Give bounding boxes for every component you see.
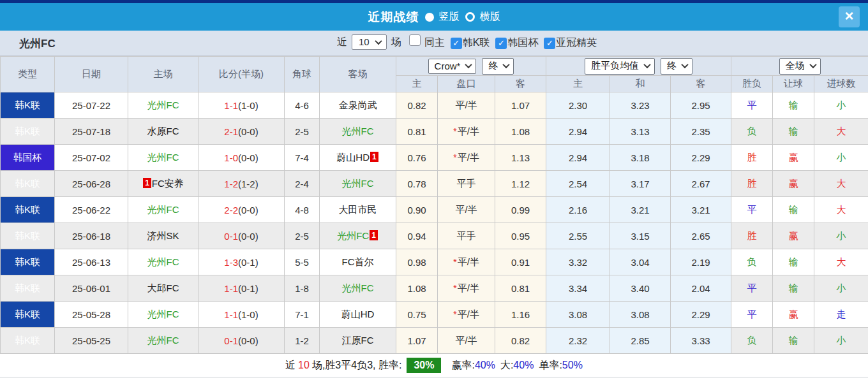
close-icon[interactable]: × bbox=[839, 6, 860, 27]
corners-cell: 2-4 bbox=[285, 171, 320, 197]
ah-line-cell: *平/半 bbox=[438, 249, 495, 275]
date-cell: 25-05-25 bbox=[55, 328, 128, 354]
away-team-cell: FC首尔 bbox=[320, 249, 396, 275]
radio-vertical-label: 竖版 bbox=[439, 10, 460, 24]
match-count-select[interactable]: 10 bbox=[352, 34, 387, 50]
handicap-status-select[interactable]: 终 bbox=[482, 58, 514, 75]
score-cell: 0-1(0-0) bbox=[198, 328, 285, 354]
avg-home-cell: 3.32 bbox=[546, 249, 610, 275]
goals-result-cell: 小 bbox=[814, 223, 868, 249]
score-cell: 1-1(1-0) bbox=[198, 302, 285, 328]
away-team-cell: 光州FC bbox=[320, 171, 396, 197]
col-away: 客场 bbox=[320, 57, 396, 92]
half-time-score: (1-2) bbox=[238, 179, 258, 189]
table-row: 韩K联25-06-281FC安养1-2(1-2)2-4光州FC0.78平手1.1… bbox=[1, 171, 868, 197]
full-time-score: 1-3 bbox=[224, 257, 238, 268]
away-team-name: 光州FC bbox=[342, 178, 374, 189]
goals-result-cell: 大 bbox=[814, 119, 868, 145]
ah-home-odds-cell: 0.78 bbox=[396, 171, 438, 197]
ah-away-odds-cell: 1.07 bbox=[495, 92, 546, 119]
ah-home-odds-cell: 0.81 bbox=[396, 119, 438, 145]
date-cell: 25-05-28 bbox=[55, 302, 128, 328]
ah-line-cell: 平/半 bbox=[438, 197, 495, 223]
ah-away-odds-cell: 0.99 bbox=[495, 197, 546, 223]
score-cell: 1-1(0-1) bbox=[198, 275, 285, 302]
handicap-company-select[interactable]: Crow* bbox=[428, 59, 477, 74]
ah-away-odds-cell: 0.82 bbox=[495, 328, 546, 354]
home-team-name: 光州FC bbox=[147, 204, 179, 215]
scope-select-group: 全场 bbox=[731, 57, 868, 76]
result-cell: 平 bbox=[731, 92, 773, 119]
chevron-down-icon bbox=[503, 61, 510, 68]
page-title: 近期战绩 bbox=[368, 9, 419, 26]
odds-company-value: 胜平负均值 bbox=[591, 60, 639, 72]
result-cell: 胜 bbox=[731, 145, 773, 171]
radio-selected-icon[interactable] bbox=[425, 13, 434, 22]
summary-segments: 赢率:40%大:40%单率:50% bbox=[446, 359, 582, 372]
handicap-result-cell: 赢 bbox=[773, 302, 814, 328]
corners-cell: 1-2 bbox=[285, 328, 320, 354]
ah-line-text: 平/半 bbox=[455, 204, 477, 215]
home-team-name: 水原FC bbox=[147, 126, 179, 136]
avg-draw-cell: 3.04 bbox=[610, 249, 671, 275]
checkbox-checked-icon[interactable]: ✓ bbox=[495, 38, 507, 49]
home-team-cell: 济州SK bbox=[128, 223, 198, 249]
checkbox-checked-icon[interactable]: ✓ bbox=[451, 38, 462, 49]
league-cell: 韩K联 bbox=[1, 197, 55, 223]
home-team-cell: 光州FC bbox=[128, 92, 198, 119]
home-team-cell: 水原FC bbox=[128, 119, 198, 145]
filter-bar: 光州FC 近 10 场 同主✓韩K联✓韩国杯✓亚冠精英 bbox=[0, 31, 868, 56]
home-team-name: 济州SK bbox=[147, 230, 179, 241]
layout-option-horizontal[interactable]: 横版 bbox=[465, 10, 500, 24]
away-team-cell: 光州FC bbox=[320, 119, 396, 145]
full-time-score: 1-1 bbox=[224, 283, 238, 294]
date-cell: 25-07-02 bbox=[55, 145, 128, 171]
scope-select[interactable]: 全场 bbox=[779, 58, 821, 75]
ah-line-cell: *平/半 bbox=[438, 275, 495, 302]
odds-company-select[interactable]: 胜平负均值 bbox=[585, 58, 655, 75]
checkbox-unchecked-icon[interactable] bbox=[409, 34, 421, 46]
league-cell: 韩K联 bbox=[1, 92, 55, 119]
league-cell: 韩K联 bbox=[1, 119, 55, 145]
avg-draw-cell: 3.23 bbox=[610, 92, 671, 119]
col-avg-home: 主 bbox=[546, 76, 610, 92]
col-result: 胜负 bbox=[731, 76, 773, 92]
checkbox-checked-icon[interactable]: ✓ bbox=[544, 38, 555, 49]
ah-line-cell: 平/半 bbox=[438, 328, 495, 354]
table-row: 韩K联25-05-28光州FC1-1(1-0)7-1蔚山HD0.75*平/半1.… bbox=[1, 302, 868, 328]
home-team-name: 光州FC bbox=[147, 152, 179, 163]
avg-home-cell: 2.16 bbox=[546, 197, 610, 223]
ah-away-odds-cell: 0.95 bbox=[495, 223, 546, 249]
games-label: 场 bbox=[391, 36, 401, 49]
radio-unselected-icon[interactable] bbox=[465, 12, 475, 22]
summary-value: 40% bbox=[513, 360, 534, 370]
date-cell: 25-06-13 bbox=[55, 249, 128, 275]
odds-status-value: 终 bbox=[667, 60, 677, 72]
league-cell: 韩K联 bbox=[1, 275, 55, 302]
avg-away-cell: 2.65 bbox=[671, 223, 731, 249]
away-team-cell: 金泉尚武 bbox=[320, 92, 396, 119]
avg-away-cell: 2.67 bbox=[671, 171, 731, 197]
col-ah-line: 盘口 bbox=[438, 76, 495, 92]
odds-status-select[interactable]: 终 bbox=[661, 58, 692, 75]
score-cell: 1-0(0-0) bbox=[198, 145, 285, 171]
layout-option-vertical[interactable]: 竖版 bbox=[425, 10, 460, 24]
corners-cell: 5-5 bbox=[285, 249, 320, 275]
ah-line-text: 平/半 bbox=[455, 335, 477, 346]
goals-result-cell: 小 bbox=[814, 145, 868, 171]
summary-bar: 近 10 场,胜3平4负3, 胜率: 30% 赢率:40%大:40%单率:50% bbox=[0, 354, 868, 377]
full-time-score: 0-1 bbox=[224, 231, 238, 242]
result-cell: 平 bbox=[731, 275, 773, 302]
avg-home-cell: 2.30 bbox=[546, 92, 610, 119]
checkbox-label: 同主 bbox=[424, 37, 445, 48]
date-cell: 25-07-22 bbox=[55, 92, 128, 119]
half-time-score: (0-0) bbox=[238, 126, 258, 137]
checkbox-label: 亚冠精英 bbox=[556, 37, 597, 48]
team-name: 光州FC bbox=[19, 36, 56, 51]
away-team-cell: 江原FC bbox=[320, 328, 396, 354]
result-cell: 胜 bbox=[731, 171, 773, 197]
result-cell: 负 bbox=[731, 328, 773, 354]
score-cell: 1-3(0-1) bbox=[198, 249, 285, 275]
handicap-select-group: Crow* 终 bbox=[396, 57, 546, 76]
away-team-name: 江原FC bbox=[342, 335, 374, 346]
